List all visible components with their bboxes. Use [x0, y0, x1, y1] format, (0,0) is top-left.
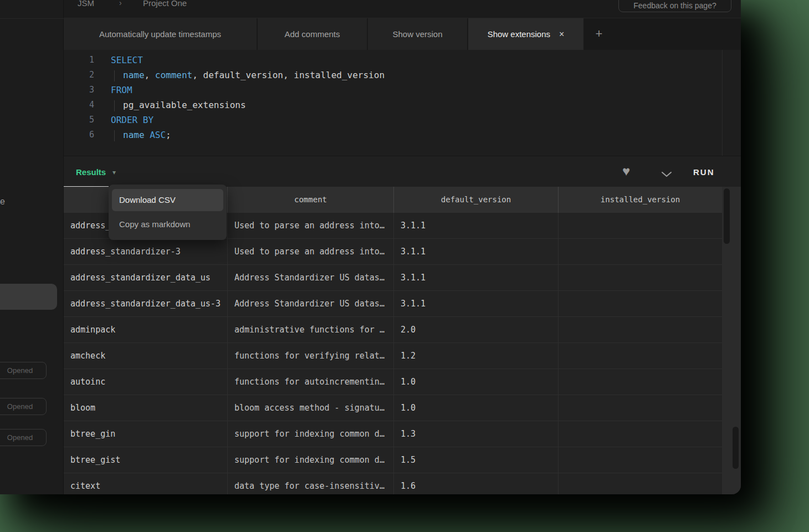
main-panel: JSM › Project One Feedback on this page?…	[64, 0, 741, 494]
column-header-installed-version: installed_version	[558, 187, 722, 213]
cell-comment: data type for case-insensitiv…	[227, 473, 393, 494]
cell-installed-version	[558, 447, 722, 473]
code-line: 2name, comment, default_version, install…	[64, 68, 741, 83]
table-row[interactable]: address_standardizer_data_us-3Address St…	[64, 291, 722, 317]
results-toolbar: Results ▾ ♥ RUN	[64, 156, 741, 187]
cell-default-version: 1.3	[393, 421, 558, 447]
menu-item-copy-as-markdown[interactable]: Copy as markdown	[112, 213, 223, 236]
cell-installed-version	[558, 213, 722, 238]
cell-comment: support for indexing common d…	[227, 447, 393, 473]
cell-name: citext	[64, 473, 227, 494]
menu-item-download-csv[interactable]: Download CSV	[112, 189, 223, 211]
line-number: 1	[64, 53, 94, 68]
results-context-menu: Download CSVCopy as markdown	[109, 185, 227, 240]
table-row[interactable]: citextdata type for case-insensitiv…1.6	[64, 473, 722, 494]
cell-default-version: 1.5	[393, 447, 558, 473]
cell-comment: Address Standardizer US datas…	[227, 291, 393, 316]
sidebar-divider	[0, 18, 64, 19]
cell-comment: Used to parse an address into…	[227, 239, 393, 264]
cell-name: bloom	[64, 395, 227, 421]
close-tab-icon[interactable]: ×	[559, 29, 564, 39]
tab-label: Show version	[392, 29, 442, 39]
cell-installed-version	[558, 369, 722, 395]
table-row[interactable]: autoincfunctions for autoincrementin…1.0	[64, 369, 722, 395]
cell-default-version: 2.0	[393, 317, 558, 342]
cell-comment: functions for autoincrementin…	[227, 369, 393, 395]
cell-name: adminpack	[64, 317, 227, 342]
indent-guide	[114, 130, 123, 141]
cell-comment: Used to parse an address into…	[227, 213, 393, 238]
editor-scroll-divider	[722, 50, 723, 156]
sql-token: ,	[145, 70, 155, 80]
cell-default-version: 1.0	[393, 395, 558, 421]
left-sidebar: e OpenedOpenedOpened	[0, 0, 64, 494]
column-header-default-version: default_version	[393, 187, 558, 213]
page-scrollbar-thumb[interactable]	[733, 427, 739, 469]
sql-token: name	[123, 70, 145, 80]
cell-default-version: 1.2	[393, 343, 558, 369]
feedback-button[interactable]: Feedback on this page?	[618, 0, 731, 12]
cell-name: address_standardizer-3	[64, 239, 227, 264]
tab-automatically-update-timestamps[interactable]: Automatically update timestamps	[64, 18, 257, 50]
results-table-body: address_standardizerUsed to parse an add…	[64, 213, 722, 494]
tab-label: Show extensions	[488, 29, 550, 39]
favorite-icon[interactable]: ♥	[622, 165, 630, 178]
sql-token: ASC	[150, 130, 166, 140]
scrollbar-gutter	[722, 187, 741, 494]
cell-name: autoinc	[64, 369, 227, 395]
cell-default-version: 3.1.1	[393, 265, 558, 290]
code-line: 1SELECT	[64, 53, 741, 68]
cell-default-version: 3.1.1	[393, 213, 558, 238]
cell-comment: Address Standardizer US datas…	[227, 265, 393, 290]
indent-guide	[114, 100, 123, 111]
table-row[interactable]: amcheckfunctions for verifying relat…1.2	[64, 343, 722, 369]
cell-default-version: 1.6	[393, 473, 558, 494]
table-row[interactable]: bloombloom access method - signatu…1.0	[64, 395, 722, 421]
cell-installed-version	[558, 421, 722, 447]
cell-installed-version	[558, 265, 722, 290]
cell-comment: administrative functions for …	[227, 317, 393, 342]
cell-installed-version	[558, 317, 722, 342]
cell-installed-version	[558, 343, 722, 369]
sql-token: , default_version, installed_version	[192, 70, 385, 80]
new-tab-icon[interactable]: +	[590, 18, 608, 50]
table-row[interactable]: btree_ginsupport for indexing common d…1…	[64, 421, 722, 447]
table-row[interactable]: btree_gistsupport for indexing common d……	[64, 447, 722, 473]
tab-label: Automatically update timestamps	[99, 29, 221, 39]
top-header: JSM › Project One Feedback on this page?	[64, 0, 741, 18]
run-button[interactable]: RUN	[693, 167, 715, 177]
tab-add-comments[interactable]: Add comments	[258, 18, 367, 50]
line-number: 2	[64, 68, 94, 83]
cell-name: btree_gin	[64, 421, 227, 447]
sql-token: name	[123, 130, 145, 140]
line-number: 4	[64, 98, 94, 112]
cell-installed-version	[558, 395, 722, 421]
table-row[interactable]: adminpackadministrative functions for …2…	[64, 317, 722, 343]
code-line: 3FROM	[64, 83, 741, 98]
sql-editor-code: 1SELECT2name, comment, default_version, …	[64, 53, 741, 142]
tab-show-version[interactable]: Show version	[368, 18, 467, 50]
cell-default-version: 1.0	[393, 369, 558, 395]
sql-token: ;	[166, 130, 171, 140]
sql-token: ORDER BY	[111, 115, 153, 125]
results-scrollbar-thumb[interactable]	[724, 188, 730, 244]
sql-token: comment	[155, 70, 192, 80]
table-row[interactable]: address_standardizer-3Used to parse an a…	[64, 239, 722, 265]
code-line: 4pg_available_extensions	[64, 98, 741, 112]
cell-comment: bloom access method - signatu…	[227, 395, 393, 421]
results-caret-icon[interactable]: ▾	[112, 168, 116, 176]
table-row[interactable]: address_standardizer_data_usAddress Stan…	[64, 265, 722, 291]
opened-badge: Opened	[0, 429, 47, 446]
tab-label: Add comments	[284, 29, 340, 39]
tab-show-extensions[interactable]: Show extensions×	[468, 18, 583, 50]
sidebar-hovered-item[interactable]	[0, 284, 57, 310]
results-dropdown[interactable]: Results	[76, 167, 106, 177]
run-options-chevron-icon[interactable]	[660, 170, 673, 180]
sql-editor-window: e OpenedOpenedOpened JSM › Project One F…	[0, 0, 741, 494]
breadcrumb-project[interactable]: Project One	[143, 0, 187, 8]
sidebar-clipped-label: e	[0, 197, 5, 207]
sql-editor[interactable]: 1SELECT2name, comment, default_version, …	[64, 50, 741, 156]
cell-installed-version	[558, 239, 722, 264]
breadcrumb-org[interactable]: JSM	[78, 0, 94, 8]
cell-name: address_standardizer_data_us-3	[64, 291, 227, 316]
